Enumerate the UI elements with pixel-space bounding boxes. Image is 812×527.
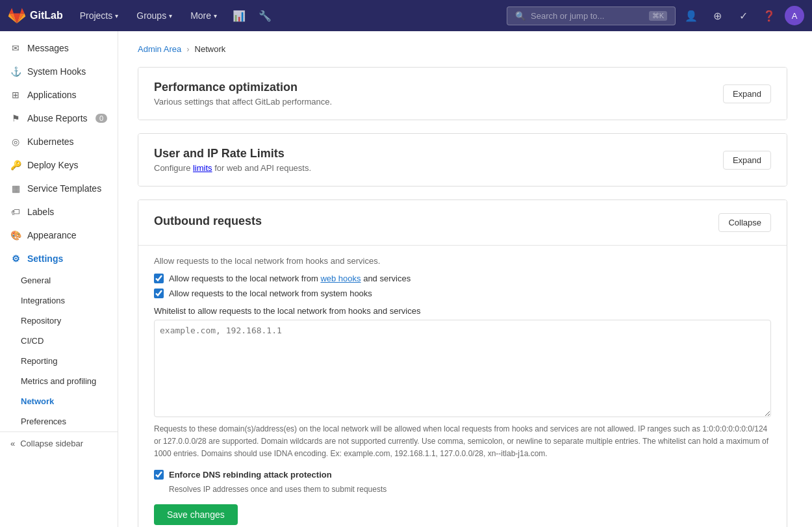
merge-requests-icon[interactable]: ⊕ <box>707 5 728 26</box>
abuse-reports-badge: 0 <box>95 114 107 123</box>
chevron-down-icon: ▾ <box>115 12 118 19</box>
outbound-desc: Allow requests to the local network from… <box>154 246 771 274</box>
applications-icon: ⊞ <box>10 90 21 100</box>
dns-sub-label: Resolves IP addresses once and uses them… <box>154 485 771 494</box>
sidebar-sub-reporting[interactable]: Reporting <box>0 351 118 371</box>
kubernetes-icon: ◎ <box>10 136 21 147</box>
limits-link[interactable]: limits <box>193 163 212 173</box>
breadcrumb-admin-area[interactable]: Admin Area <box>138 44 181 54</box>
search-box[interactable]: 🔍 ⌘K <box>507 6 676 25</box>
wrench-icon[interactable]: 🔧 <box>255 5 275 26</box>
sidebar-item-abuse-reports[interactable]: ⚑ Abuse Reports 0 <box>0 107 118 130</box>
sidebar-item-deploy-keys[interactable]: 🔑 Deploy Keys <box>0 153 118 177</box>
top-nav: GitLab Projects ▾ Groups ▾ More ▾ 📊 🔧 🔍 … <box>0 0 812 31</box>
outbound-title: Outbound requests <box>154 214 262 228</box>
activity-icon[interactable]: 📊 <box>229 5 249 26</box>
performance-desc: Various settings that affect GitLab perf… <box>154 97 332 107</box>
outbound-section: Outbound requests Collapse Allow request… <box>138 199 787 527</box>
dns-rebinding-checkbox[interactable] <box>154 470 164 480</box>
breadcrumb-current: Network <box>195 44 226 54</box>
sidebar-item-appearance[interactable]: 🎨 Appearance <box>0 224 118 247</box>
appearance-icon: 🎨 <box>10 230 21 240</box>
allow-webhooks-label: Allow requests to the local network from… <box>169 274 411 283</box>
collapse-sidebar-button[interactable]: « Collapse sidebar <box>0 431 118 455</box>
outbound-header: Outbound requests Collapse <box>138 200 787 245</box>
outbound-body: Allow requests to the local network from… <box>138 245 787 527</box>
sidebar-item-settings[interactable]: ⚙ Settings <box>0 247 118 270</box>
checkbox-row-webhooks: Allow requests to the local network from… <box>154 274 771 283</box>
key-icon: 🔑 <box>10 160 21 170</box>
rate-limits-header: User and IP Rate Limits Configure limits… <box>138 134 787 186</box>
messages-icon: ✉ <box>10 43 21 53</box>
sidebar-sub-preferences[interactable]: Preferences <box>0 411 118 431</box>
avatar[interactable]: A <box>785 6 804 25</box>
more-menu[interactable]: More ▾ <box>184 8 223 23</box>
allow-system-hooks-label: Allow requests to the local network from… <box>169 289 372 298</box>
whitelist-label: Whitelist to allow requests to the local… <box>154 306 771 316</box>
chevron-down-icon: ▾ <box>214 12 217 19</box>
sidebar-sub-network[interactable]: Network <box>0 391 118 411</box>
templates-icon: ▦ <box>10 183 21 194</box>
performance-title: Performance optimization <box>154 81 332 94</box>
issues-icon[interactable]: ✓ <box>733 5 754 26</box>
sidebar-item-system-hooks[interactable]: ⚓ System Hooks <box>0 60 118 83</box>
breadcrumb-separator: › <box>186 44 189 54</box>
chevron-left-icon: « <box>10 439 15 448</box>
whitelist-textarea[interactable] <box>154 320 771 417</box>
profile-icon[interactable]: 👤 <box>681 5 702 26</box>
sidebar-sub-cicd[interactable]: CI/CD <box>0 331 118 351</box>
abuse-icon: ⚑ <box>10 113 21 123</box>
gitlab-logo[interactable]: GitLab <box>8 6 63 25</box>
allow-webhooks-checkbox[interactable] <box>154 274 164 283</box>
sidebar-item-applications[interactable]: ⊞ Applications <box>0 83 118 107</box>
dns-section: Enforce DNS rebinding attack protection … <box>154 470 771 494</box>
search-input[interactable] <box>531 11 644 21</box>
rate-limits-section: User and IP Rate Limits Configure limits… <box>138 133 787 186</box>
rate-limits-title: User and IP Rate Limits <box>154 147 311 161</box>
outbound-collapse-button[interactable]: Collapse <box>718 213 771 232</box>
sidebar-sub-repository[interactable]: Repository <box>0 311 118 331</box>
performance-section: Performance optimization Various setting… <box>138 67 787 120</box>
sidebar-sub-integrations[interactable]: Integrations <box>0 290 118 311</box>
search-shortcut: ⌘K <box>649 11 667 21</box>
whitelist-hint: Requests to these domain(s)/address(es) … <box>154 423 771 461</box>
checkbox-row-system-hooks: Allow requests to the local network from… <box>154 289 771 298</box>
sidebar-sub-general[interactable]: General <box>0 270 118 290</box>
save-changes-button[interactable]: Save changes <box>154 504 238 525</box>
hooks-icon: ⚓ <box>10 66 21 77</box>
sidebar-item-messages[interactable]: ✉ Messages <box>0 36 118 60</box>
web-hooks-link[interactable]: web hooks <box>320 274 361 283</box>
chevron-down-icon: ▾ <box>169 12 172 19</box>
dns-rebinding-label: Enforce DNS rebinding attack protection <box>169 470 332 480</box>
allow-system-hooks-checkbox[interactable] <box>154 289 164 298</box>
main-content: Admin Area › Network Performance optimiz… <box>118 31 807 527</box>
rate-limits-expand-button[interactable]: Expand <box>723 151 771 170</box>
rate-limits-desc: Configure limits for web and API request… <box>154 163 311 173</box>
performance-header: Performance optimization Various setting… <box>138 68 787 120</box>
layout: ✉ Messages ⚓ System Hooks ⊞ Applications… <box>0 0 812 527</box>
groups-menu[interactable]: Groups ▾ <box>130 8 179 23</box>
settings-icon: ⚙ <box>10 253 21 264</box>
search-icon: 🔍 <box>515 11 526 21</box>
breadcrumb: Admin Area › Network <box>138 44 787 54</box>
projects-menu[interactable]: Projects ▾ <box>73 8 125 23</box>
labels-icon: 🏷 <box>10 207 21 217</box>
sidebar-item-service-templates[interactable]: ▦ Service Templates <box>0 177 118 200</box>
sidebar-item-labels[interactable]: 🏷 Labels <box>0 200 118 224</box>
dns-checkbox-row: Enforce DNS rebinding attack protection <box>154 470 771 480</box>
sidebar: ✉ Messages ⚓ System Hooks ⊞ Applications… <box>0 31 118 527</box>
sidebar-sub-metrics[interactable]: Metrics and profiling <box>0 371 118 391</box>
sidebar-item-kubernetes[interactable]: ◎ Kubernetes <box>0 130 118 153</box>
performance-expand-button[interactable]: Expand <box>723 84 771 103</box>
help-icon[interactable]: ❓ <box>759 5 780 26</box>
